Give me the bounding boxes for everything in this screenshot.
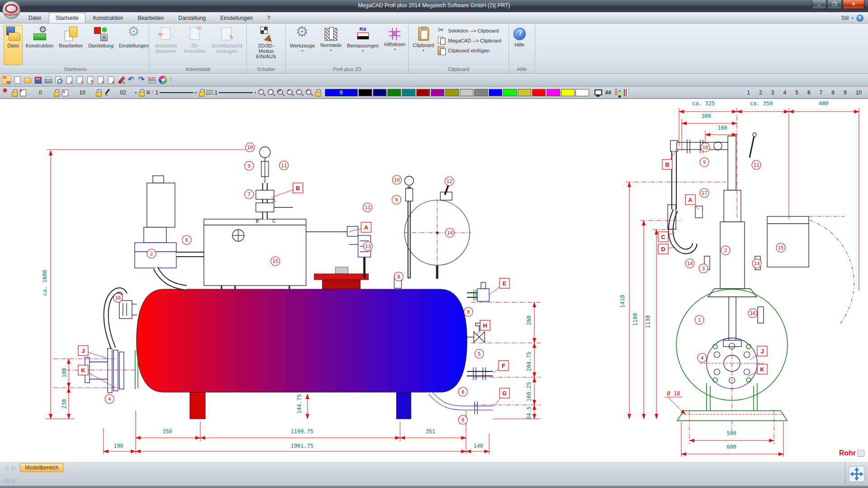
window-select2-icon[interactable] [107, 76, 115, 84]
print-preview-icon[interactable] [55, 76, 63, 84]
selected-color-swatch[interactable]: 9 [325, 89, 358, 96]
stil-caret-icon[interactable]: ▾ [851, 16, 854, 20]
pen-caret-icon[interactable]: ▾ [135, 90, 137, 95]
megacad-clipboard-item[interactable]: MegaCAD --> Clipboard [437, 36, 501, 46]
delete-marker-icon[interactable] [117, 76, 125, 84]
color-swatch-12[interactable] [532, 89, 546, 96]
selection-star-icon[interactable] [2, 89, 10, 97]
color-swatch-6[interactable] [445, 89, 459, 96]
number-button-5[interactable]: 5 [795, 89, 798, 96]
zoom-previous-icon[interactable]: ↶ [305, 89, 313, 97]
color-swatch-10[interactable] [503, 89, 517, 96]
tab-nav2-left-icon[interactable]: ◁ [4, 477, 8, 483]
restore-button[interactable]: ❐ [827, 0, 842, 9]
hilfslinien-caret-icon[interactable]: ▾ [394, 47, 396, 52]
layer-icon-a[interactable] [19, 89, 27, 97]
plot-icon[interactable] [148, 76, 156, 84]
window-select-icon[interactable] [96, 76, 104, 84]
lock-icon-5[interactable] [198, 89, 205, 97]
selektion-clipboard-item[interactable]: Selektion --> Clipboard [437, 26, 501, 36]
number-button-1[interactable]: 1 [747, 89, 750, 96]
number-button-8[interactable]: 8 [831, 89, 835, 96]
color-swatch-15[interactable] [576, 89, 589, 96]
clipboard-caret-icon[interactable]: ▾ [423, 48, 425, 52]
linetype-icon[interactable] [146, 89, 154, 97]
color-swatch-1[interactable] [373, 89, 387, 96]
number-button-10[interactable]: 10 [856, 89, 862, 96]
drawing-canvas[interactable]: ca. 16001002303501199.753511901901.75140… [0, 99, 868, 462]
menu-tab-datei[interactable]: Datei [22, 13, 48, 23]
menu-tab-startseite[interactable]: Startseite [49, 13, 85, 23]
ansichten-plazieren-button[interactable]: Ansichten plazieren [151, 25, 181, 65]
color-swatch-11[interactable] [518, 89, 531, 96]
save-prt-icon[interactable] [34, 76, 42, 84]
zoom-fit-icon[interactable]: ⇄ [277, 89, 285, 97]
minimize-button[interactable]: – [812, 0, 826, 9]
color-swatch-4[interactable] [416, 89, 430, 96]
number-button-4[interactable]: 4 [783, 89, 787, 96]
color-swatch-7[interactable] [460, 89, 473, 96]
pen-icon[interactable] [103, 89, 111, 97]
toolbar-overflow-icon[interactable] [169, 76, 174, 84]
line-pattern-icon[interactable] [623, 89, 629, 96]
redo-icon[interactable] [138, 76, 146, 84]
undo-icon[interactable] [127, 76, 136, 84]
konstruktion-button[interactable]: Konstruktion [24, 25, 56, 65]
menu-tab-konstruktion[interactable]: Konstruktion [86, 13, 130, 23]
sheet-settings-icon[interactable] [65, 76, 73, 84]
hatch-pattern-icon[interactable] [615, 89, 622, 96]
color-swatch-9[interactable] [489, 89, 502, 96]
number-button-3[interactable]: 3 [771, 89, 774, 96]
pen-value[interactable]: 02 [113, 89, 133, 96]
help-icon[interactable]: ? [856, 14, 863, 22]
model-space-tab[interactable]: Modellbereich [20, 463, 64, 472]
layer-b-value[interactable]: 10 [71, 89, 94, 96]
linetype-combo[interactable]: 1 ▾ [156, 89, 197, 97]
stil-dropdown[interactable]: Stil [841, 15, 849, 21]
lock-icon-2[interactable] [53, 89, 60, 97]
zoom-minus-icon[interactable]: − [296, 89, 304, 97]
color-wheel-icon[interactable] [159, 76, 167, 84]
tab-nav2-right-icon[interactable]: ▷ [12, 477, 16, 483]
menu-tab-darstellung[interactable]: Darstellung [171, 13, 212, 23]
lock-icon-6[interactable] [315, 89, 321, 97]
datei-button[interactable]: Datei [4, 25, 23, 65]
color-swatch-8[interactable] [474, 89, 488, 96]
einstellungen-button[interactable]: Einstellungen [117, 25, 151, 65]
bemassungen-caret-icon[interactable]: ▾ [362, 49, 364, 53]
open-file-icon[interactable] [24, 76, 32, 84]
color-swatch-0[interactable] [359, 89, 372, 96]
screen-colors-icon[interactable] [594, 89, 602, 97]
tab-nav-left-icon[interactable]: ◁ [4, 465, 8, 471]
normteile-caret-icon[interactable]: ▾ [330, 48, 332, 52]
bearbeiten-button[interactable]: Bearbeiten [57, 25, 85, 65]
bemassungen-button[interactable]: Bemassungen ▾ [345, 25, 381, 65]
sheet-six-icon[interactable] [75, 76, 84, 84]
hilfe-button[interactable]: Hilfe [511, 25, 528, 65]
close-button[interactable]: ✕ [843, 0, 864, 9]
number-button-6[interactable]: 6 [807, 89, 811, 96]
linewidth-combo[interactable]: 1 ▾ [215, 89, 256, 97]
number-button-7[interactable]: 7 [820, 89, 823, 96]
darstellung-button[interactable]: Darstellung [86, 25, 116, 65]
zoom-in-icon[interactable]: + [286, 89, 294, 97]
color-swatch-2[interactable] [387, 89, 401, 96]
2d-ansichten-button[interactable]: 2D-Ansichten [182, 25, 208, 65]
layer-a-value[interactable]: 0 [28, 89, 52, 96]
lock-icon-4[interactable] [138, 89, 145, 97]
zoom-window-icon[interactable]: ▫ [267, 89, 275, 97]
layer-icon-b[interactable] [61, 89, 69, 97]
menu-tab-bearbeiten[interactable]: Bearbeiten [131, 13, 170, 23]
megacad-logo-icon[interactable]: MegaCAD [2, 1, 20, 19]
clipboard-einfuegen-item[interactable]: Clipboard einfügen [437, 46, 501, 56]
print-icon[interactable] [44, 76, 52, 84]
menu-tab-einstellungen[interactable]: Einstellungen [213, 13, 259, 23]
schnittansicht-button[interactable]: Schnittansicht erzeugen [209, 25, 245, 65]
lock-icon-3[interactable] [95, 89, 102, 97]
hilfslinien-button[interactable]: Hilfslinien ▾ [382, 25, 408, 65]
zoom-out-icon[interactable]: − [258, 89, 266, 97]
linewidth-icon[interactable] [206, 90, 213, 96]
werkzeuge-button[interactable]: Werkzeuge ▾ [288, 25, 317, 65]
import-export-icon[interactable] [86, 76, 94, 84]
color-swatch-13[interactable] [547, 89, 560, 96]
